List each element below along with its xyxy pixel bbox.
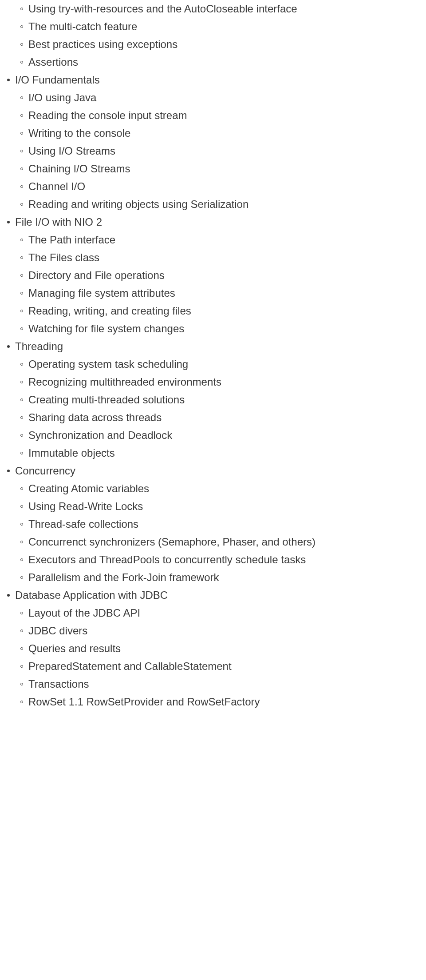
- outline-subitem: Operating system task scheduling: [28, 355, 426, 373]
- outline-subitem: Chaining I/O Streams: [28, 160, 426, 178]
- outline-subitem: The Path interface: [28, 231, 426, 249]
- outline-item: I/O FundamentalsI/O using JavaReading th…: [15, 71, 426, 213]
- outline-sublist: I/O using JavaReading the console input …: [15, 89, 426, 213]
- outline-subitem: PreparedStatement and CallableStatement: [28, 657, 426, 675]
- outline-subitem: Sharing data across threads: [28, 409, 426, 426]
- outline-subitem: Using I/O Streams: [28, 142, 426, 160]
- outline-subitem: JDBC divers: [28, 622, 426, 640]
- outline-subitem: Reading, writing, and creating files: [28, 302, 426, 320]
- outline-subitem: Watching for file system changes: [28, 320, 426, 338]
- outline-subitem: Best practices using exceptions: [28, 36, 426, 53]
- outline-item-label: Threading: [15, 340, 63, 352]
- outline-item: Database Application with JDBCLayout of …: [15, 586, 426, 711]
- outline-root: Using try-with-resources and the AutoClo…: [0, 0, 426, 711]
- outline-subitem: Channel I/O: [28, 178, 426, 195]
- outline-item-label: Database Application with JDBC: [15, 589, 168, 601]
- outline-subitem: Concurrenct synchronizers (Semaphore, Ph…: [28, 533, 426, 551]
- outline-sublist: The Path interfaceThe Files classDirecto…: [15, 231, 426, 338]
- outline-subitem: Immutable objects: [28, 444, 426, 462]
- outline-subitem: Reading the console input stream: [28, 107, 426, 124]
- outline-subitem: Synchronization and Deadlock: [28, 426, 426, 444]
- outline-subitem: Directory and File operations: [28, 267, 426, 284]
- outline-sublist: Creating Atomic variablesUsing Read-Writ…: [15, 480, 426, 586]
- outline-subitem: I/O using Java: [28, 89, 426, 107]
- outline-subitem: The Files class: [28, 249, 426, 267]
- outline-subitem: Using Read-Write Locks: [28, 498, 426, 515]
- outline-subitem: Transactions: [28, 675, 426, 693]
- outline-sublist: Operating system task schedulingRecogniz…: [15, 355, 426, 462]
- outline-subitem: Layout of the JDBC API: [28, 604, 426, 622]
- outline-subitem: Creating multi-threaded solutions: [28, 391, 426, 409]
- outline-subitem: Assertions: [28, 53, 426, 71]
- outline-subitem: Managing file system attributes: [28, 284, 426, 302]
- outline-subitem: The multi-catch feature: [28, 18, 426, 36]
- outline-item: File I/O with NIO 2The Path interfaceThe…: [15, 213, 426, 338]
- outline-item-label: Concurrency: [15, 465, 75, 477]
- outline-subitem: Executors and ThreadPools to concurrentl…: [28, 551, 426, 569]
- outline-subitem: RowSet 1.1 RowSetProvider and RowSetFact…: [28, 693, 426, 711]
- outline-item: ThreadingOperating system task schedulin…: [15, 338, 426, 462]
- outline-subitem: Recognizing multithreaded environments: [28, 373, 426, 391]
- outline-sublist: Layout of the JDBC APIJDBC diversQueries…: [15, 604, 426, 711]
- outline-subitem: Creating Atomic variables: [28, 480, 426, 498]
- outline-item-label: File I/O with NIO 2: [15, 216, 102, 228]
- outline-subitem: Parallelism and the Fork-Join framework: [28, 569, 426, 586]
- outline-subitem: Reading and writing objects using Serial…: [28, 195, 426, 213]
- outline-sublist: Using try-with-resources and the AutoClo…: [15, 0, 426, 71]
- outline-item: ConcurrencyCreating Atomic variablesUsin…: [15, 462, 426, 586]
- outline-subitem: Queries and results: [28, 640, 426, 657]
- outline-item-label: I/O Fundamentals: [15, 74, 100, 86]
- outline-subitem: Using try-with-resources and the AutoClo…: [28, 0, 426, 18]
- outline-subitem: Thread-safe collections: [28, 515, 426, 533]
- outline-subitem: Writing to the console: [28, 124, 426, 142]
